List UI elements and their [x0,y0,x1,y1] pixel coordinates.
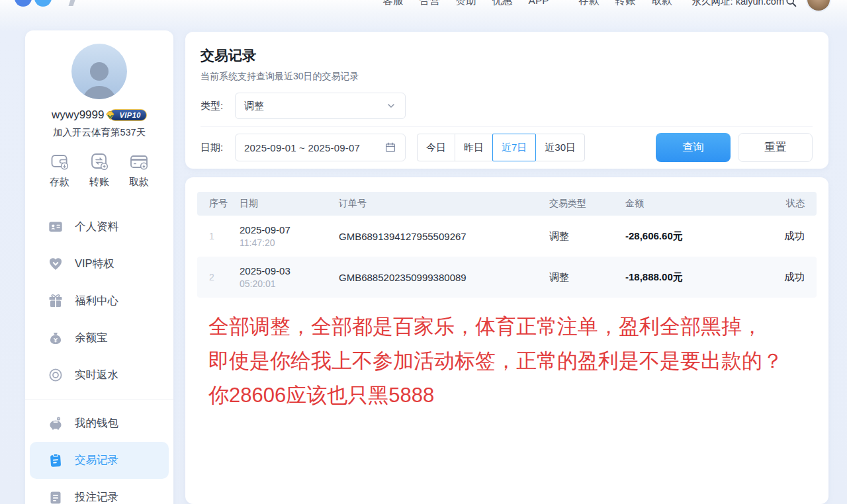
cell-date-time: 05:20:01 [240,278,339,289]
search-icon[interactable] [785,0,797,7]
page: 客服 合营 赞助 优惠 APP 存款 转账 取款 永久网址: kaiyun.co… [0,0,847,504]
date-label: 日期: [201,142,228,154]
cell-no: 1 [209,231,240,241]
permanent-url: 永久网址: kaiyun.com [692,0,784,9]
nav-item-deposit[interactable]: 存款 [579,0,600,9]
cell-amount: -18,888.00元 [625,271,744,284]
sidebar: wywy9999 VIP10 加入开云体育第537天 存款 转账 [25,30,173,504]
vip-level-label: VIP10 [119,111,140,119]
table-card: 序号 日期 订单号 交易类型 金额 状态 1 2025-09-07 11:47:… [185,177,828,504]
sidebar-item-label: 个人资料 [75,220,118,234]
sidebar-item-vip[interactable]: VIP特权 [25,245,173,282]
sidebar-item-welfare[interactable]: 福利中心 [25,282,173,319]
cell-transaction-type: 调整 [549,230,625,243]
col-header-amount: 金额 [625,198,744,210]
clipboard-icon [48,452,64,468]
gift-icon [48,293,64,309]
range-7days-button[interactable]: 近7日 [492,134,536,161]
vip-gem-icon [48,256,64,272]
type-select[interactable]: 调整 [235,93,406,119]
cell-date-day: 2025-09-03 [240,265,339,276]
withdraw-card-icon [128,151,150,172]
vip-badge: VIP10 [109,109,146,121]
nav-item-promo[interactable]: 优惠 [492,0,513,9]
menu-divider [25,399,173,399]
range-30days-button[interactable]: 近30日 [535,134,585,161]
top-nav: 客服 合营 赞助 优惠 APP 存款 转账 取款 永久网址: kaiyun.co… [0,0,847,12]
nav-item-app[interactable]: APP [529,0,549,9]
date-range-value: 2025-09-01 ~ 2025-09-07 [244,142,360,153]
red-annotation-text: 全部调整，全部都是百家乐，体育正常注单，盈利全部黑掉， 即使是你给我上不参加活动… [208,310,814,413]
annotation-line: 你28606应该也只黑5888 [208,378,814,413]
rebate-icon [48,367,64,383]
profile-avatar[interactable] [71,44,127,99]
filter-divider [201,126,813,127]
range-today-button[interactable]: 今日 [417,134,455,161]
type-select-value: 调整 [244,100,264,112]
date-filter-row: 日期: 2025-09-01 ~ 2025-09-07 今日 昨日 近7日 近3… [201,133,813,162]
page-title: 交易记录 [201,46,813,65]
sidebar-item-label: VIP特权 [75,257,114,271]
date-range-input[interactable]: 2025-09-01 ~ 2025-09-07 [235,134,406,161]
reset-button[interactable]: 重置 [738,133,813,162]
query-button[interactable]: 查询 [656,133,731,162]
col-header-order: 订单号 [339,198,549,210]
filter-card: 交易记录 当前系统支持查询最近30日的交易记录 类型: 调整 日期: 2025-… [185,32,828,169]
deposit-wallet-icon [49,151,70,172]
sidebar-menu: 个人资料 VIP特权 福利中心 余额宝 [25,208,173,504]
chevron-down-icon [386,101,396,111]
sidebar-item-label: 福利中心 [75,294,118,308]
quick-action-transfer[interactable]: 转账 [82,151,116,189]
quick-action-label: 存款 [50,176,69,189]
sidebar-item-bets[interactable]: 投注记录 [25,479,173,504]
bet-records-icon [48,489,64,504]
type-label: 类型: [201,100,228,112]
transfer-icon [89,151,110,172]
cell-date: 2025-09-07 11:47:20 [240,224,339,248]
sidebar-item-yuebao[interactable]: 余额宝 [25,319,173,357]
user-avatar-small[interactable] [806,0,831,12]
sidebar-item-profile[interactable]: 个人资料 [25,208,173,245]
id-card-icon [48,219,64,235]
col-header-type: 交易类型 [549,198,625,210]
sidebar-item-wallet[interactable]: 我的钱包 [25,405,173,442]
username: wywy9999 [52,108,104,122]
money-bag-icon [48,330,64,346]
sidebar-item-label: 投注记录 [75,490,118,504]
annotation-line: 全部调整，全部都是百家乐，体育正常注单，盈利全部黑掉， [208,310,814,344]
quick-range-group: 今日 昨日 近7日 近30日 [417,134,585,161]
cell-order-number: GMB6891394127955509267 [339,231,549,242]
type-filter-row: 类型: 调整 [201,93,813,119]
sidebar-item-label: 交易记录 [75,453,118,468]
cell-date-day: 2025-09-07 [240,224,339,235]
nav-item-service[interactable]: 客服 [383,0,404,9]
cell-order-number: GMB6885202350999380089 [339,272,549,283]
quick-action-withdraw[interactable]: 取款 [122,151,156,189]
sidebar-item-label: 实时返水 [75,368,118,382]
cell-no: 2 [209,272,240,282]
cell-status: 成功 [744,230,805,243]
range-yesterday-button[interactable]: 昨日 [455,134,493,161]
quick-action-deposit[interactable]: 存款 [42,151,77,189]
join-days-text: 加入开云体育第537天 [25,126,173,139]
col-header-date: 日期 [240,198,339,210]
user-row: wywy9999 VIP10 [25,108,173,122]
sidebar-item-transactions[interactable]: 交易记录 [30,442,169,479]
piggy-bank-icon [48,415,64,431]
col-header-status: 状态 [744,198,805,210]
quick-action-label: 转账 [89,176,109,189]
calendar-icon [384,142,396,153]
annotation-line: 即使是你给我上不参加活动标签，正常的盈利是不是要出款的？ [208,344,814,378]
nav-item-withdraw[interactable]: 取款 [652,0,672,9]
sidebar-item-label: 我的钱包 [75,416,118,431]
cell-transaction-type: 调整 [549,271,625,284]
vip-gem-badge-icon [105,110,116,121]
quick-action-label: 取款 [129,176,149,189]
table-row: 1 2025-09-07 11:47:20 GMB689139412795550… [197,216,817,257]
nav-item-sponsor[interactable]: 赞助 [456,0,476,9]
nav-item-partner[interactable]: 合营 [420,0,440,9]
cell-status: 成功 [744,271,805,284]
cell-date: 2025-09-03 05:20:01 [240,265,339,289]
sidebar-item-rebate[interactable]: 实时返水 [25,357,173,394]
nav-item-transfer[interactable]: 转账 [615,0,636,9]
